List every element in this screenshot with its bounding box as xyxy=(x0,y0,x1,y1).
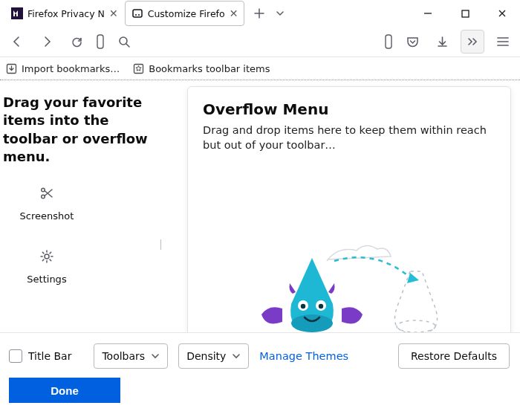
overflow-panel-body: Drag and drop items here to keep them wi… xyxy=(203,123,495,153)
title-bar-checkbox[interactable]: Title Bar xyxy=(9,349,71,363)
forward-button[interactable] xyxy=(36,30,58,53)
chevron-down-icon xyxy=(151,352,160,361)
import-bookmarks-button[interactable]: Import bookmarks… xyxy=(6,63,120,74)
density-label: Density xyxy=(186,350,226,362)
toolbars-dropdown[interactable]: Toolbars xyxy=(94,343,168,369)
svg-point-18 xyxy=(319,304,323,308)
nav-toolbar xyxy=(0,27,520,57)
window-close-button[interactable] xyxy=(492,3,513,24)
palette-heading: Drag your favorite items into the toolba… xyxy=(3,94,152,166)
app-menu-button[interactable] xyxy=(492,30,514,53)
density-dropdown[interactable]: Density xyxy=(178,343,249,369)
tab-title: Firefox Privacy N xyxy=(27,8,105,19)
customize-footer: Title Bar Toolbars Density Manage Themes… xyxy=(0,332,520,420)
svg-rect-1 xyxy=(133,10,142,17)
tab-list-dropdown[interactable] xyxy=(270,3,290,24)
search-icon[interactable] xyxy=(113,30,135,53)
done-button[interactable]: Done xyxy=(9,378,120,403)
tab-inactive[interactable]: Firefox Privacy N ✕ xyxy=(4,1,125,26)
palette-item-screenshot[interactable]: Screenshot xyxy=(13,185,80,222)
star-icon xyxy=(133,63,144,74)
downloads-button[interactable] xyxy=(431,30,453,53)
svg-rect-5 xyxy=(97,35,103,48)
tab-close-icon[interactable]: ✕ xyxy=(230,8,238,19)
import-bookmarks-label: Import bookmarks… xyxy=(22,63,120,74)
bookmarks-toolbar-items[interactable]: Bookmarks toolbar items xyxy=(133,63,270,74)
tab-active[interactable]: Customize Firefo ✕ xyxy=(125,1,245,26)
palette: Drag your favorite items into the toolba… xyxy=(0,80,189,345)
back-button[interactable] xyxy=(6,30,28,53)
svg-rect-4 xyxy=(462,10,469,17)
svg-point-14 xyxy=(291,314,333,332)
overflow-illustration xyxy=(188,215,510,341)
tab-strip: Firefox Privacy N ✕ Customize Firefo ✕ xyxy=(0,0,520,27)
window-maximize-button[interactable] xyxy=(455,3,475,24)
overflow-panel: Overflow Menu Drag and drop items here t… xyxy=(187,86,511,345)
svg-point-12 xyxy=(45,254,49,259)
pocket-button[interactable] xyxy=(401,30,423,53)
import-icon xyxy=(6,63,17,74)
restore-defaults-button[interactable]: Restore Defaults xyxy=(398,343,510,369)
bookmarks-toolbar-label: Bookmarks toolbar items xyxy=(149,63,270,74)
bookmarks-toolbar: Import bookmarks… Bookmarks toolbar item… xyxy=(0,57,520,80)
favicon-customize-icon xyxy=(131,7,143,19)
flex-space-icon[interactable] xyxy=(95,30,105,53)
title-bar-label: Title Bar xyxy=(28,350,71,362)
flex-space-icon[interactable] xyxy=(383,30,394,53)
svg-point-3 xyxy=(138,14,140,16)
palette-item-label: Screenshot xyxy=(13,210,80,222)
palette-item-label: Settings xyxy=(13,274,80,285)
manage-themes-link[interactable]: Manage Themes xyxy=(259,350,348,362)
divider xyxy=(160,239,161,250)
window-minimize-button[interactable] xyxy=(417,3,438,24)
favicon-mozilla xyxy=(11,7,23,19)
chevron-down-icon xyxy=(232,352,241,361)
overflow-button[interactable] xyxy=(461,30,484,54)
palette-item-settings[interactable]: Settings xyxy=(13,248,80,285)
checkbox-icon xyxy=(9,349,22,363)
toolbars-label: Toolbars xyxy=(102,350,145,362)
customize-area: Drag your favorite items into the toolba… xyxy=(0,80,520,345)
restore-label: Restore Defaults xyxy=(411,350,497,362)
scissors-icon xyxy=(13,185,80,201)
gear-icon xyxy=(13,248,80,265)
svg-point-2 xyxy=(135,14,137,16)
svg-point-16 xyxy=(301,304,305,308)
window-controls xyxy=(417,3,516,24)
new-tab-button[interactable] xyxy=(249,3,270,24)
svg-rect-7 xyxy=(386,35,391,48)
tab-title: Customize Firefo xyxy=(148,8,225,19)
tab-close-icon[interactable]: ✕ xyxy=(109,8,118,19)
reload-button[interactable] xyxy=(65,30,88,53)
svg-point-13 xyxy=(397,320,435,332)
done-label: Done xyxy=(51,384,79,397)
overflow-panel-title: Overflow Menu xyxy=(203,100,495,118)
